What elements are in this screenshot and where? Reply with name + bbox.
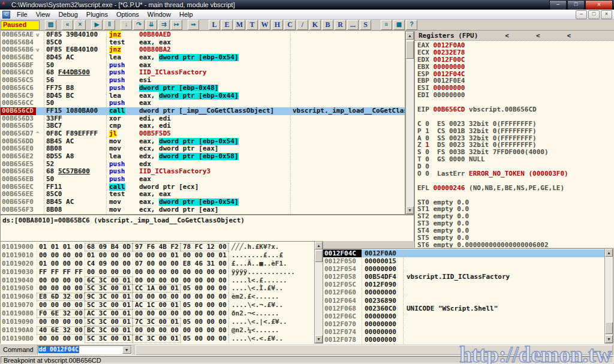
scroll-down-icon[interactable]: ▼ <box>406 206 414 214</box>
register-line[interactable]: ST2 empty 0.0 <box>417 213 614 220</box>
disasm-row[interactable]: 00B656B485C0testeax, eax <box>1 39 405 47</box>
register-line[interactable]: C 0 ES 0023 32bit 0(FFFFFFFF) <box>417 121 614 128</box>
dump-row[interactable]: 01019030FF FF FF FF00 00 00 0000 00 00 0… <box>1 268 314 276</box>
pause-button[interactable]: ‖ <box>104 20 115 30</box>
register-line[interactable]: ST4 empty 0.0 <box>417 227 614 234</box>
run-trace-button[interactable]: ... <box>347 20 359 30</box>
scroll-thumb[interactable] <box>605 322 613 334</box>
step-into-button[interactable]: ↓ <box>121 20 132 30</box>
register-line[interactable]: EBX 00000000 <box>417 64 614 71</box>
stack-row[interactable]: 0012F05400000000 <box>323 265 604 273</box>
register-line[interactable] <box>417 113 614 121</box>
stack-scrollbar[interactable]: ▲ ▼ <box>604 248 613 344</box>
disassembly-pane[interactable]: 00B656AEv0F85 39B40100jnz00B80AED00B656B… <box>0 31 405 215</box>
disasm-row[interactable]: 00B656C068 F44DB500pushIID_IClassFactory <box>1 69 405 77</box>
register-line[interactable] <box>417 99 614 106</box>
appearance-button[interactable]: ▦ <box>393 20 405 30</box>
dump-row[interactable]: 0101902001 00 00 00C4 09 00 0007 00 00 0… <box>1 260 314 268</box>
open-file-button[interactable]: ▨ <box>45 20 56 30</box>
mdi-minimize-button[interactable]: – <box>576 10 587 19</box>
register-line[interactable]: ST3 empty 0.0 <box>417 220 614 227</box>
dropdown-arrow-icon[interactable]: ▼ <box>122 346 131 354</box>
register-line[interactable] <box>417 192 614 199</box>
log-window-button[interactable]: L <box>209 20 220 30</box>
dump-row[interactable]: 0101900001 01 01 0068 09 B4 0D97 F6 4B F… <box>1 243 314 251</box>
cpu-window-button[interactable]: C <box>284 20 296 30</box>
stack-row[interactable]: 0012F04C0012F0A0 <box>323 249 604 257</box>
dump-row[interactable]: 010190A040 6E 32 00BC 3C 00 0100 00 00 0… <box>1 326 314 335</box>
scroll-up-icon[interactable]: ▲ <box>406 32 414 40</box>
breakpoints-window-button[interactable]: B <box>322 20 333 30</box>
disasm-row[interactable]: 00B656E668 5C57B600pushIID_IClassFactory… <box>1 168 405 176</box>
stack-row[interactable]: 0012F05C0012F090 <box>323 281 604 288</box>
scroll-up-icon[interactable]: ▲ <box>315 242 323 249</box>
register-line[interactable]: EBP 0012F0E4 <box>417 77 614 85</box>
executables-window-button[interactable]: E <box>221 20 233 30</box>
run-button[interactable]: ▶ <box>91 20 103 30</box>
windows-list-button[interactable]: W <box>259 20 270 30</box>
register-line[interactable]: EAX 0012F0A0 <box>417 42 614 49</box>
scroll-down-icon[interactable]: ▼ <box>605 335 613 343</box>
scroll-thumb[interactable] <box>406 41 414 59</box>
disasm-row[interactable]: 00B656E552pushedx <box>1 161 405 169</box>
collapse-chevron-icon[interactable]: < <box>505 32 509 40</box>
disasm-row[interactable]: 00B656B6v0F85 E6B40100jnz00B80BA2 <box>1 46 405 54</box>
go-to-address-button[interactable]: ⇒ <box>188 20 199 30</box>
register-line[interactable]: ST1 empty 0.0 <box>417 206 614 213</box>
disasm-row[interactable]: 00B656D53BC7cmpeax, edi <box>1 122 405 130</box>
dump-row[interactable]: 010190B000 00 00 005C 3C 00 018C 3C 00 0… <box>1 335 314 343</box>
register-line[interactable]: O 0 LastErr ERROR_NO_TOKEN (000003F0) <box>417 170 614 178</box>
disasm-row[interactable]: 00B656CC50pusheax <box>1 100 405 107</box>
command-input[interactable]: dd 0012F04C ▼ <box>37 345 132 354</box>
collapse-chevron-icon[interactable]: < <box>536 32 540 40</box>
disasm-row[interactable]: 00B656DD8B45 ACmoveax, dword ptr [ebp-0x… <box>1 138 405 146</box>
register-line[interactable]: T 0 GS 0000 NULL <box>417 156 614 163</box>
dump-row[interactable]: 0101904000 00 00 006C 3C 00 0100 00 00 0… <box>1 276 314 285</box>
register-line[interactable]: EFL 00000246 (NO,NB,E,BE,NS,PE,GE,LE) <box>417 185 614 192</box>
disasm-row[interactable]: 00B656EE85C0testeax, eax <box>1 191 405 198</box>
stack-row[interactable]: 0012F06000000000 <box>323 288 604 296</box>
patches-window-button[interactable]: / <box>297 20 308 30</box>
register-line[interactable]: ST6 empty 0.000000000000000006002 <box>417 242 614 248</box>
source-window-button[interactable]: S <box>360 20 371 30</box>
dump-row[interactable]: 01019060E8 6D 32 009C 3C 00 0100 00 00 0… <box>1 293 314 301</box>
disasm-row[interactable]: 00B656D7^0F8C F89EFFFFjl00B5F5D5 <box>1 130 405 138</box>
stack-pane[interactable]: 0012F04C0012F0A00012F050000000150012F054… <box>323 248 604 344</box>
dump-row[interactable]: 0101905000 00 00 005C 3C 00 01CC 1A 00 0… <box>1 284 314 293</box>
stack-row[interactable]: 0012F05800B54DF4vbscript.IID_IClassFacto… <box>323 273 604 281</box>
disasm-row[interactable]: 00B656CDFF15 1080BA00calldword ptr [_imp… <box>1 107 405 115</box>
mdi-restore-button[interactable]: □ <box>588 10 600 19</box>
threads-window-button[interactable]: T <box>246 20 258 30</box>
cpu-window-icon[interactable]: C <box>2 11 10 19</box>
disasm-row[interactable]: 00B656EB50pusheax <box>1 176 405 183</box>
handles-window-button[interactable]: H <box>272 20 283 30</box>
register-line[interactable]: EIP 00B656CD vbscript.00B656CD <box>417 106 614 113</box>
hex-dump-pane[interactable]: 0101900001 01 01 0068 09 B4 0D97 F6 4B F… <box>0 241 314 344</box>
stack-row[interactable]: 0012F068002360C0UNICODE "WScript.Shell" <box>323 305 604 312</box>
close-button[interactable]: × <box>585 0 613 10</box>
references-window-button[interactable]: R <box>335 20 346 30</box>
menu-plugins[interactable]: Plugins <box>82 10 112 19</box>
menu-window[interactable]: Window <box>143 10 175 19</box>
disasm-row[interactable]: 00B656F38B08movecx, dword ptr [eax] <box>1 206 405 214</box>
scroll-thumb[interactable] <box>315 250 323 262</box>
disasm-row[interactable]: 00B656AEv0F85 39B40100jnz00B80AED <box>1 31 405 39</box>
register-line[interactable]: D 0 <box>417 163 614 170</box>
disasm-row[interactable]: 00B656BC8D45 ACleaeax, dword ptr [ebp-0x… <box>1 54 405 62</box>
animate-over-button[interactable]: ⇉ <box>158 20 170 30</box>
disasm-row[interactable]: 00B656BF50pusheax <box>1 62 405 70</box>
menu-file[interactable]: File <box>13 10 32 19</box>
disasm-row[interactable]: 00B656E28D55 A8leaedx, dword ptr [ebp-0x… <box>1 153 405 161</box>
register-line[interactable]: A 0 SS 0023 32bit 0(FFFFFFFF) <box>417 135 614 142</box>
stack-row[interactable]: 0012F05000000015 <box>323 257 604 265</box>
stack-row[interactable]: 0012F07000000000 <box>323 320 604 328</box>
animate-into-button[interactable]: ⇊ <box>146 20 157 30</box>
dump-row[interactable]: 01019080F0 6E 32 00AC 3C 00 0100 00 00 0… <box>1 309 314 318</box>
disassembly-scrollbar[interactable]: ▲ ▼ <box>405 31 414 215</box>
disasm-row[interactable]: 00B656C98D45 BCleaeax, dword ptr [ebp-0x… <box>1 92 405 100</box>
memory-map-button[interactable]: M <box>234 20 245 30</box>
mdi-close-button[interactable]: × <box>601 10 612 19</box>
scroll-down-icon[interactable]: ▼ <box>315 335 323 343</box>
disasm-row[interactable]: 00B656E08B08movecx, dword ptr [eax] <box>1 145 405 153</box>
call-stack-button[interactable]: K <box>309 20 321 30</box>
